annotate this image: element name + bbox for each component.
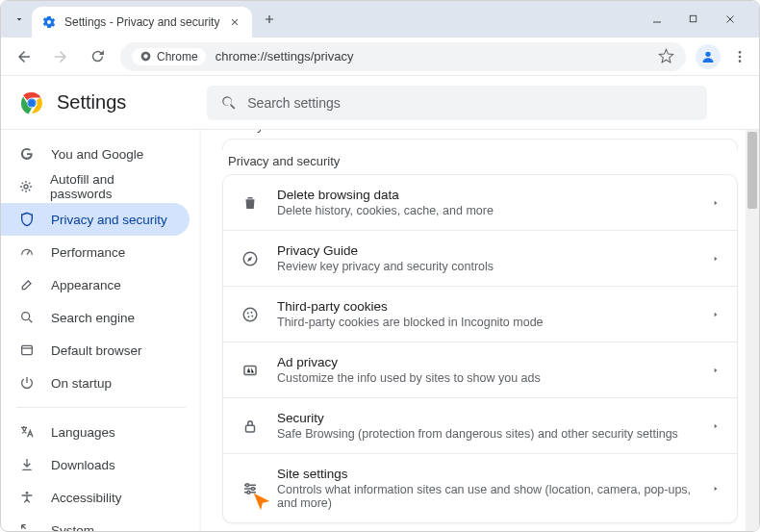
minimize-icon (651, 13, 663, 25)
row-title: Site settings (277, 467, 695, 481)
sidebar-item-system[interactable]: System (1, 514, 190, 532)
sidebar-item-you-and-google[interactable]: You and Google (1, 138, 190, 170)
svg-rect-22 (246, 425, 255, 432)
chrome-logo-icon (20, 91, 43, 114)
svg-point-5 (739, 55, 742, 58)
lock-icon (241, 418, 260, 435)
window-maximize-button[interactable] (688, 13, 707, 25)
svg-point-17 (247, 312, 249, 314)
chevron-down-icon (13, 13, 25, 25)
download-icon (18, 456, 36, 473)
row-title: Third-party cookies (277, 299, 695, 314)
expand-icon (18, 521, 36, 532)
row-subtitle: Customize the info used by sites to show… (277, 371, 695, 385)
tab-close-button[interactable] (227, 14, 242, 30)
sidebar-item-appearance[interactable]: Appearance (1, 268, 190, 301)
chevron-right-icon (712, 365, 720, 376)
profile-avatar[interactable] (696, 44, 721, 69)
settings-title: Settings (57, 91, 126, 114)
row-title: Privacy Guide (277, 243, 695, 258)
sidebar-item-downloads[interactable]: Downloads (1, 448, 190, 481)
svg-point-6 (739, 60, 742, 63)
tab-search-dropdown[interactable] (7, 7, 32, 32)
svg-rect-21 (244, 366, 256, 374)
sidebar-item-label: Performance (51, 245, 125, 260)
svg-point-14 (26, 492, 29, 494)
row-title: Delete browsing data (277, 188, 695, 202)
paintbrush-icon (18, 276, 36, 293)
sidebar-divider (16, 407, 186, 408)
settings-sidebar[interactable]: You and Google Autofill and passwords Pr… (1, 130, 201, 532)
sidebar-item-privacy-security[interactable]: Privacy and security (1, 203, 190, 236)
row-site-settings[interactable]: Site settingsControls what information s… (223, 453, 737, 522)
row-ad-privacy[interactable]: Ad privacyCustomize the info used by sit… (223, 342, 737, 397)
row-subtitle: Delete history, cookies, cache, and more (277, 204, 695, 217)
browser-tab[interactable]: Settings - Privacy and security (32, 7, 252, 38)
sidebar-item-label: Autofill and passwords (50, 172, 172, 201)
star-icon (658, 48, 674, 64)
row-subtitle: Third-party cookies are blocked in Incog… (277, 316, 695, 329)
row-delete-browsing-data[interactable]: Delete browsing dataDelete history, cook… (223, 175, 737, 230)
window-close-button[interactable] (724, 13, 744, 25)
window-minimize-button[interactable] (651, 13, 671, 25)
sidebar-item-on-startup[interactable]: On startup (1, 367, 190, 399)
svg-point-10 (29, 99, 36, 106)
site-chip[interactable]: Chrome (132, 48, 206, 65)
svg-point-2 (143, 54, 147, 58)
svg-point-19 (248, 316, 250, 317)
close-icon (230, 17, 240, 27)
chevron-right-icon (712, 309, 720, 320)
search-icon (18, 309, 36, 326)
chevron-right-icon (712, 420, 720, 432)
row-third-party-cookies[interactable]: Third-party cookiesThird-party cookies a… (223, 286, 737, 342)
cookie-icon (241, 306, 260, 323)
sidebar-item-default-browser[interactable]: Default browser (1, 334, 190, 367)
reload-button[interactable] (84, 43, 111, 70)
settings-header: Settings Search settings (1, 76, 759, 130)
row-security[interactable]: SecuritySafe Browsing (protection from d… (223, 397, 737, 453)
maximize-icon (688, 13, 698, 24)
google-g-icon (18, 145, 36, 163)
svg-rect-13 (22, 345, 33, 354)
svg-rect-0 (690, 15, 696, 21)
speedometer-icon (18, 243, 36, 261)
scrollbar[interactable] (746, 130, 759, 532)
forward-button[interactable] (47, 43, 74, 70)
close-icon (724, 13, 736, 25)
svg-point-20 (251, 315, 253, 317)
row-title: Security (277, 411, 695, 425)
browser-menu-button[interactable] (730, 49, 749, 64)
back-button[interactable] (11, 43, 38, 70)
sidebar-item-search-engine[interactable]: Search engine (1, 301, 190, 334)
plus-icon (263, 13, 276, 26)
sidebar-item-label: On startup (51, 376, 112, 391)
trash-icon (241, 194, 260, 212)
new-tab-button[interactable] (256, 6, 283, 33)
sidebar-item-label: Default browser (51, 343, 142, 358)
safety-check-card: Chrome regularly checks to make sure you… (222, 139, 738, 150)
svg-point-16 (243, 308, 257, 321)
chevron-right-icon (712, 483, 720, 494)
sidebar-item-label: You and Google (51, 147, 143, 162)
row-privacy-guide[interactable]: Privacy GuideReview key privacy and secu… (223, 230, 737, 286)
reload-icon (89, 48, 106, 64)
sidebar-item-accessibility[interactable]: Accessibility (1, 481, 190, 514)
compass-icon (241, 250, 260, 267)
sidebar-item-label: System (51, 523, 94, 533)
scrollbar-thumb[interactable] (747, 132, 757, 209)
sidebar-item-label: Privacy and security (51, 213, 167, 227)
privacy-security-heading: Privacy and security (228, 154, 738, 168)
arrow-left-icon (15, 48, 33, 65)
sidebar-item-autofill[interactable]: Autofill and passwords (1, 170, 190, 203)
sidebar-item-performance[interactable]: Performance (1, 236, 190, 268)
power-icon (18, 374, 36, 392)
search-settings-input[interactable]: Search settings (207, 86, 707, 120)
address-bar[interactable]: Chrome chrome://settings/privacy (120, 42, 686, 71)
chevron-right-icon (712, 197, 720, 209)
settings-content: Safety Check Chrome regularly checks to … (201, 130, 759, 532)
svg-point-4 (739, 51, 742, 54)
privacy-security-card: Delete browsing dataDelete history, cook… (222, 174, 738, 523)
bookmark-button[interactable] (658, 48, 674, 64)
sidebar-item-languages[interactable]: Languages (1, 416, 190, 448)
sliders-icon (241, 480, 260, 497)
